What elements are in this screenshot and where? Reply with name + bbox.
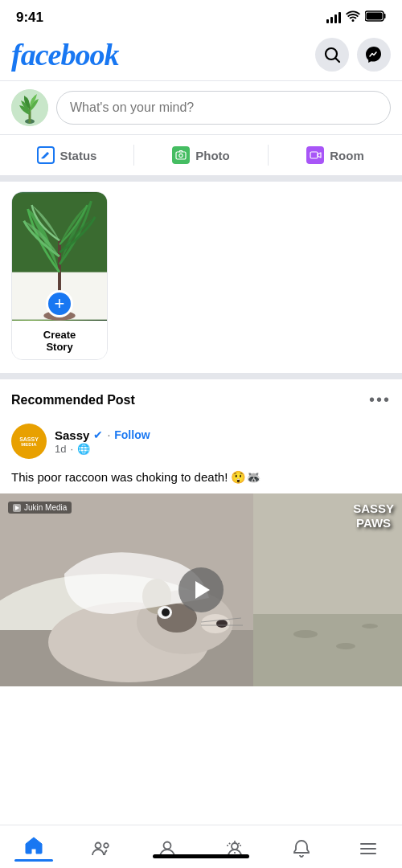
svg-rect-2 <box>367 13 383 20</box>
svg-line-4 <box>336 59 340 63</box>
sassy-paws-text: SASSYPAWS <box>353 502 394 530</box>
follow-button[interactable]: Follow <box>114 428 150 441</box>
svg-rect-30 <box>253 614 402 686</box>
search-button[interactable] <box>315 38 349 72</box>
svg-point-32 <box>336 643 355 649</box>
status-label: Status <box>60 149 97 162</box>
svg-point-31 <box>293 630 318 638</box>
recommended-section-header: Recommended Post ••• <box>0 379 402 417</box>
svg-point-33 <box>362 624 378 628</box>
status-action-button[interactable]: Status <box>0 138 133 172</box>
verified-icon: ✔ <box>93 428 103 441</box>
post-author-name: Sassy <box>55 428 89 442</box>
photo-label: Photo <box>195 149 230 162</box>
what-on-mind-input[interactable] <box>56 91 391 125</box>
status-icons <box>326 10 386 25</box>
room-label: Room <box>330 149 364 162</box>
post-text: This poor raccoon was choking to death! … <box>0 465 402 493</box>
room-action-button[interactable]: Room <box>269 138 402 172</box>
post-meta: Sassy ✔ · Follow 1d · 🌐 <box>55 428 391 455</box>
post-time: 1d <box>55 443 66 455</box>
create-story-label: Create Story <box>12 321 107 360</box>
stories-section: + Create Story <box>0 182 402 379</box>
header-actions <box>315 38 391 72</box>
facebook-logo: facebook <box>11 37 118 72</box>
svg-rect-9 <box>176 152 186 159</box>
post-time-row: 1d · 🌐 <box>55 443 391 455</box>
room-icon <box>306 146 324 164</box>
separator-dot: · <box>107 428 110 441</box>
header: facebook <box>0 32 402 80</box>
public-icon: 🌐 <box>77 443 90 455</box>
create-story-plus-icon: + <box>46 290 73 317</box>
home-indicator-area <box>0 848 402 862</box>
post-actions-bar: Status Photo Room <box>0 135 402 182</box>
post-media[interactable]: Jukin Media SASSYPAWS <box>0 493 402 686</box>
svg-point-24 <box>216 620 228 628</box>
wifi-icon <box>346 10 360 25</box>
post-header: SASSY MEDIA Sassy ✔ · Follow 1d · 🌐 <box>0 417 402 465</box>
jukin-media-badge: Jukin Media <box>8 502 72 514</box>
svg-point-28 <box>162 608 170 616</box>
post-name-row: Sassy ✔ · Follow <box>55 428 391 442</box>
signal-icon <box>326 12 341 23</box>
jukin-label: Jukin Media <box>24 503 67 512</box>
recommended-title: Recommended Post <box>11 393 135 407</box>
sassy-paws-badge: SASSYPAWS <box>353 502 394 530</box>
svg-rect-1 <box>384 14 386 18</box>
play-triangle-icon <box>195 581 210 599</box>
more-options-button[interactable]: ••• <box>369 391 391 409</box>
post-card: SASSY MEDIA Sassy ✔ · Follow 1d · 🌐 This… <box>0 417 402 686</box>
post-author-avatar: SASSY MEDIA <box>11 424 47 459</box>
photo-icon <box>172 146 190 164</box>
home-indicator <box>153 854 249 858</box>
svg-point-10 <box>179 154 183 157</box>
svg-point-37 <box>104 843 109 848</box>
battery-icon <box>365 10 386 25</box>
user-avatar <box>11 89 48 126</box>
status-icon <box>37 146 55 164</box>
messenger-button[interactable] <box>357 38 391 72</box>
svg-rect-11 <box>310 152 318 158</box>
time-separator: · <box>70 443 73 455</box>
svg-point-36 <box>95 842 100 848</box>
create-story-card[interactable]: + Create Story <box>11 191 108 360</box>
composer <box>0 80 402 135</box>
status-time: 9:41 <box>16 10 43 26</box>
play-button[interactable] <box>178 567 224 612</box>
photo-action-button[interactable]: Photo <box>134 138 268 172</box>
post-image-bg: Jukin Media SASSYPAWS <box>0 493 402 686</box>
status-bar: 9:41 <box>0 0 402 32</box>
